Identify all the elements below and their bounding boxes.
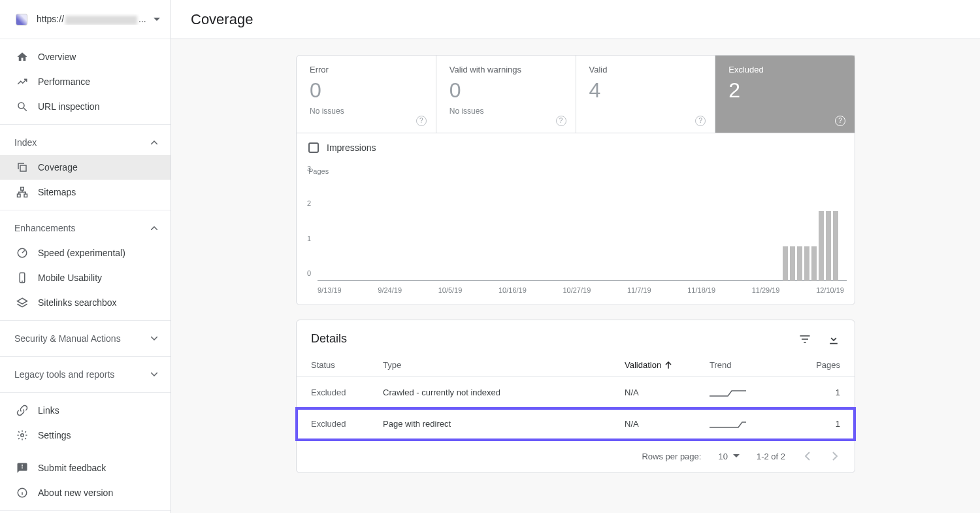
coverage-chart: Pages 0123 9/13/199/24/1910/5/1910/16/19… [297, 162, 855, 305]
coverage-summary-card: Error 0 No issues ? Valid with warnings … [296, 55, 855, 305]
nav-mobile[interactable]: Mobile Usability [0, 265, 171, 290]
property-selector[interactable]: https://... [0, 0, 171, 39]
tab-label: Valid with warnings [449, 65, 563, 74]
nav-sitemaps[interactable]: Sitemaps [0, 180, 171, 205]
cell-validation: N/A [625, 388, 710, 397]
content-scroll[interactable]: Error 0 No issues ? Valid with warnings … [171, 39, 980, 513]
tab-valid-warnings[interactable]: Valid with warnings 0 No issues ? [436, 56, 576, 133]
prev-page-button[interactable] [802, 449, 813, 463]
svg-point-7 [21, 434, 24, 437]
nav-group-main: Overview Performance URL inspection [0, 39, 171, 125]
rows-per-page-select[interactable]: 10 [718, 452, 739, 461]
nav-section-legacy[interactable]: Legacy tools and reports [0, 362, 171, 387]
sitemap-icon [16, 186, 29, 199]
chevron-down-icon [154, 18, 160, 22]
tab-error[interactable]: Error 0 No issues ? [297, 56, 436, 133]
nav-sitelinks[interactable]: Sitelinks searchbox [0, 290, 171, 315]
copy-icon [16, 161, 29, 174]
nav-performance[interactable]: Performance [0, 69, 171, 94]
impressions-toggle-row: Impressions [297, 133, 855, 162]
details-card: Details Status Type Validation Trend Pag… [296, 320, 855, 473]
property-url: https://... [37, 14, 154, 24]
nav-links[interactable]: Links [0, 398, 171, 423]
details-actions [798, 333, 840, 346]
help-icon[interactable]: ? [695, 116, 706, 126]
nav-group-index: Index Coverage Sitemaps [0, 125, 171, 210]
details-title: Details [311, 332, 347, 346]
chevron-down-icon [151, 372, 157, 376]
svg-point-0 [18, 103, 24, 108]
chart-xticks: 9/13/199/24/1910/5/1910/16/1910/27/1911/… [318, 286, 847, 294]
nav-label: Mobile Usability [38, 273, 102, 283]
help-icon[interactable]: ? [556, 116, 566, 126]
svg-rect-3 [18, 194, 21, 197]
sort-up-icon [665, 361, 672, 369]
nav-about[interactable]: About new version [0, 480, 171, 505]
nav-label: Overview [38, 52, 76, 62]
nav-url-inspection[interactable]: URL inspection [0, 94, 171, 119]
col-status: Status [311, 360, 383, 370]
col-validation[interactable]: Validation [625, 360, 710, 370]
tab-label: Excluded [728, 65, 841, 74]
section-label: Legacy tools and reports [14, 369, 114, 380]
filter-icon[interactable] [798, 333, 811, 346]
tab-sub: No issues [310, 107, 423, 116]
sidebar: https://... Overview Performance URL ins… [0, 0, 171, 513]
topbar: Coverage [171, 0, 980, 39]
nav-label: Sitelinks searchbox [38, 297, 117, 308]
cell-status: Excluded [311, 388, 383, 397]
nav-label: Settings [38, 430, 71, 440]
table-row[interactable]: ExcludedCrawled - currently not indexedN… [297, 377, 855, 408]
help-icon[interactable]: ? [416, 116, 427, 126]
next-page-button[interactable] [830, 449, 840, 463]
download-icon[interactable] [827, 333, 840, 346]
nav-label: Sitemaps [38, 187, 76, 197]
mobile-icon [16, 271, 29, 284]
tab-valid[interactable]: Valid 4 ? [576, 56, 716, 133]
chevron-down-icon [151, 337, 157, 340]
cell-trend [710, 388, 801, 397]
chevron-up-icon [151, 226, 157, 230]
layers-icon [16, 296, 29, 309]
trending-icon [16, 75, 29, 88]
tab-value: 2 [728, 78, 841, 103]
nav-speed[interactable]: Speed (experimental) [0, 240, 171, 265]
cell-type: Page with redirect [383, 419, 625, 429]
nav-label: Coverage [38, 162, 78, 173]
section-label: Security & Manual Actions [14, 333, 121, 344]
cell-pages: 1 [801, 388, 840, 397]
tab-value: 4 [589, 78, 702, 103]
cell-validation: N/A [625, 419, 710, 429]
nav-section-enhancements[interactable]: Enhancements [0, 216, 171, 240]
gauge-icon [16, 246, 29, 259]
gear-icon [16, 429, 29, 442]
chevron-up-icon [151, 141, 157, 144]
nav-section-index[interactable]: Index [0, 130, 171, 155]
details-header: Details [297, 320, 855, 354]
tab-value: 0 [449, 78, 563, 103]
tab-excluded[interactable]: Excluded 2 ? [715, 56, 855, 133]
nav-overview[interactable]: Overview [0, 44, 171, 69]
help-icon[interactable]: ? [835, 116, 845, 126]
nav-section-security[interactable]: Security & Manual Actions [0, 326, 171, 351]
cell-pages: 1 [801, 419, 840, 429]
tab-label: Error [310, 65, 423, 74]
nav-group-legacy: Legacy tools and reports [0, 357, 171, 393]
table-row[interactable]: ExcludedPage with redirectN/A1 [297, 408, 855, 440]
link-icon [16, 404, 29, 417]
rows-per-page-label: Rows per page: [642, 452, 701, 461]
nav-label: Links [38, 405, 59, 416]
tab-sub: No issues [449, 107, 563, 116]
info-icon [16, 486, 29, 499]
impressions-checkbox[interactable] [308, 142, 319, 153]
section-label: Enhancements [14, 223, 75, 233]
feedback-icon [16, 461, 29, 474]
nav-label: URL inspection [38, 101, 99, 112]
nav-group-footer: Links Settings Submit feedback About new… [0, 393, 171, 511]
nav-feedback[interactable]: Submit feedback [0, 455, 171, 480]
nav-group-enhancements: Enhancements Speed (experimental) Mobile… [0, 210, 171, 321]
nav-settings[interactable]: Settings [0, 423, 171, 448]
globe-icon [16, 14, 27, 25]
section-label: Index [14, 137, 37, 148]
nav-coverage[interactable]: Coverage [0, 155, 171, 180]
